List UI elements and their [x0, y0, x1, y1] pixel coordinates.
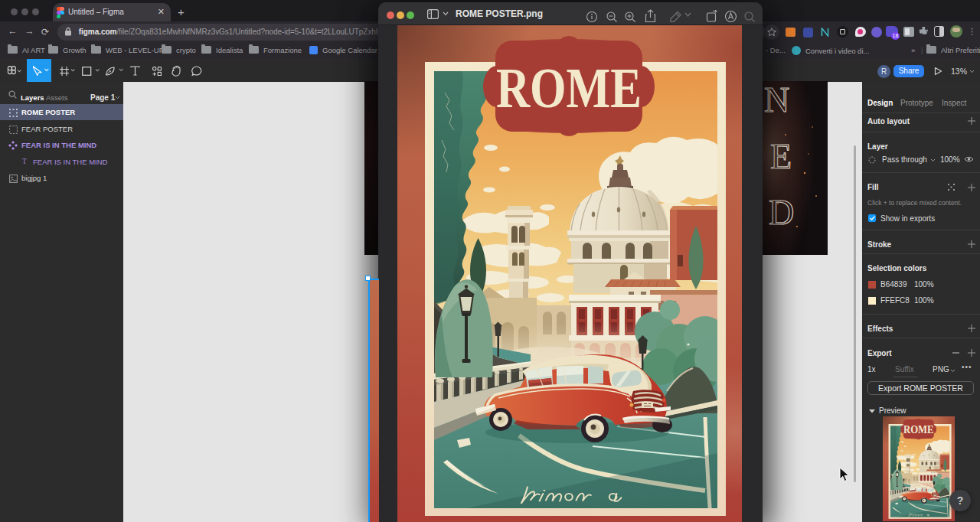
svg-text:N: N	[764, 81, 789, 119]
svg-text:E: E	[770, 137, 792, 176]
svg-text:D: D	[769, 193, 794, 232]
